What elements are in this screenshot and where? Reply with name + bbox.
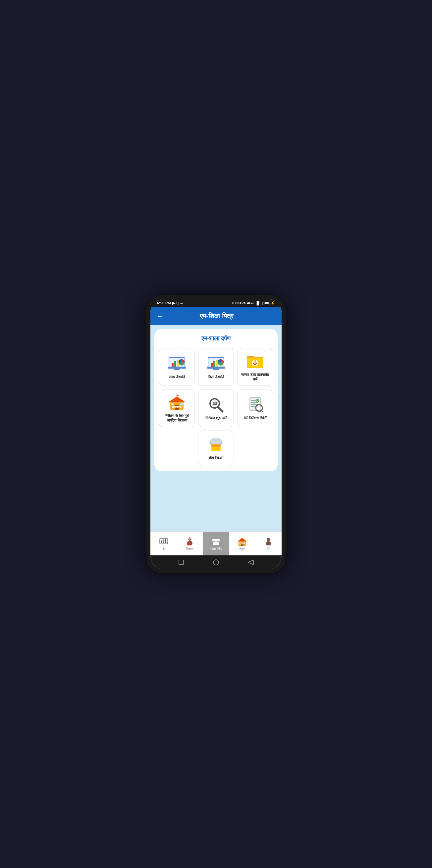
svg-rect-21	[171, 403, 174, 405]
svg-rect-2	[174, 369, 180, 370]
phone-frame: 6:50 PM ▶ ⊡ ∞ ··· 0.0KB/s 4G+ ▐▌ [100]⚡ …	[147, 295, 285, 573]
play-icon: ▶	[172, 301, 175, 305]
svg-point-46	[210, 439, 216, 444]
nav-item-vi[interactable]: वि	[255, 532, 282, 555]
bottom-nav: र्ड शिक	[150, 531, 282, 555]
svg-rect-9	[213, 369, 219, 370]
dots-icon: ···	[184, 301, 187, 305]
svg-rect-22	[180, 403, 183, 405]
signal-icon: ▐▌	[255, 301, 261, 305]
svg-rect-10	[211, 363, 213, 367]
status-left: 6:50 PM ▶ ⊡ ∞ ···	[157, 301, 187, 305]
phone-screen: 6:50 PM ▶ ⊡ ∞ ··· 0.0KB/s 4G+ ▐▌ [100]⚡ …	[150, 299, 282, 569]
svg-rect-31	[213, 403, 216, 404]
master-data-icon	[245, 353, 265, 370]
school-nav-icon: SCHOOL	[237, 536, 247, 546]
grid-item-master-data[interactable]: मास्टर डाटा डाउनलोड करें	[237, 348, 273, 386]
district-dashboard-icon	[206, 355, 226, 372]
svg-point-40	[257, 406, 261, 410]
assigned-school-icon: SCHOOL	[167, 394, 187, 411]
infinity-icon: ∞	[181, 301, 183, 305]
network-speed: 0.0KB/s	[232, 301, 245, 305]
status-bar: 6:50 PM ▶ ⊡ ∞ ··· 0.0KB/s 4G+ ▐▌ [100]⚡	[150, 299, 282, 307]
assigned-school-label: निरीक्षण के लिए मुझे आवंटित विद्यालय	[162, 413, 192, 423]
svg-rect-4	[174, 361, 176, 367]
grid-item-start-inspection[interactable]: निरीक्षण शुरू करें	[198, 389, 234, 427]
start-inspection-icon	[206, 396, 226, 413]
svg-rect-54	[163, 539, 164, 543]
system-nav	[150, 555, 282, 569]
data-backup-label: डेटा बैकअप	[209, 455, 223, 460]
shala-darpan-nav-icon	[211, 536, 221, 546]
nav-vi-label: वि	[267, 547, 270, 551]
my-reports-icon	[245, 396, 265, 413]
master-data-label: मास्टर डाटा डाउनलोड करें	[240, 372, 270, 382]
svg-rect-12	[216, 360, 218, 367]
svg-rect-35	[251, 402, 258, 403]
sys-square-btn[interactable]	[178, 559, 185, 566]
main-content: एम-शाला दर्पण	[150, 325, 282, 531]
nav-dashboard-label: र्ड	[163, 547, 165, 551]
grid-item-district-dashboard[interactable]: जिला डैशबोर्ड	[198, 348, 234, 386]
nav-item-school[interactable]: SCHOOL स्कूल	[229, 532, 255, 555]
svg-line-32	[218, 407, 223, 412]
status-right: 0.0KB/s 4G+ ▐▌ [100]⚡	[232, 301, 275, 305]
nav-shala-darpan-label: शाला दर्पण	[210, 547, 222, 551]
svg-marker-68	[238, 537, 247, 541]
card-container: एम-शाला दर्पण	[154, 329, 278, 471]
sys-back-btn[interactable]	[247, 559, 254, 566]
svg-point-74	[267, 538, 270, 541]
nav-item-dashboard[interactable]: र्ड	[150, 532, 177, 555]
vi-nav-icon	[263, 536, 274, 546]
grid-item-my-reports[interactable]: मेरी निरीक्षण रिपोर्टें	[237, 389, 273, 427]
nav-teacher-label: शिक्षक	[186, 547, 193, 551]
app-title: एम-शिक्षा मित्र	[167, 312, 266, 320]
media-icon: ⊡	[176, 301, 179, 305]
dashboard-nav-icon	[158, 536, 169, 546]
svg-point-75	[266, 541, 271, 546]
start-inspection-label: निरीक्षण शुरू करें	[206, 415, 226, 420]
my-reports-label: मेरी निरीक्षण रिपोर्टें	[244, 415, 266, 420]
svg-rect-30	[213, 402, 216, 403]
app-header: ← एम-शिक्षा मित्र	[150, 307, 282, 325]
state-dashboard-label: राज्य डैशबोर्ड	[168, 375, 185, 379]
svg-rect-8	[207, 367, 225, 369]
nav-item-shala-darpan[interactable]: शाला दर्पण	[203, 532, 229, 555]
svg-text:SCHOOL: SCHOOL	[173, 406, 180, 408]
data-backup-icon	[206, 436, 226, 453]
svg-rect-5	[177, 360, 179, 367]
sys-circle-btn[interactable]	[212, 559, 220, 566]
grid-item-state-dashboard[interactable]: राज्य डैशबोर्ड	[159, 348, 195, 386]
teacher-nav-icon	[185, 536, 195, 546]
state-dashboard-icon	[167, 355, 187, 372]
svg-rect-1	[167, 367, 186, 369]
svg-rect-53	[161, 540, 162, 543]
grid-item-assigned-school[interactable]: SCHOOL निरीक्षण के लिए मुझे आवंटित विद्य…	[159, 389, 195, 427]
svg-text:SCHOOL: SCHOOL	[240, 543, 245, 545]
district-dashboard-label: जिला डैशबोर्ड	[208, 375, 224, 379]
network-type: 4G+	[247, 301, 254, 305]
grid-item-data-backup[interactable]: डेटा बैकअप	[198, 431, 234, 465]
svg-line-41	[261, 410, 263, 412]
svg-point-47	[216, 439, 222, 444]
nav-school-label: स्कूल	[239, 547, 245, 551]
svg-marker-78	[248, 560, 253, 565]
svg-marker-19	[169, 396, 185, 402]
svg-rect-11	[213, 361, 215, 367]
back-button[interactable]: ←	[156, 312, 164, 320]
time-display: 6:50 PM	[157, 301, 171, 305]
section-title: एम-शाला दर्पण	[159, 335, 273, 342]
svg-rect-55	[165, 538, 166, 543]
svg-rect-76	[179, 560, 184, 565]
menu-grid: राज्य डैशबोर्ड	[159, 348, 273, 465]
svg-rect-3	[172, 363, 174, 367]
battery-icon: [100]⚡	[262, 301, 275, 305]
nav-item-teacher[interactable]: शिक्षक	[177, 532, 203, 555]
svg-marker-26	[177, 395, 180, 396]
svg-point-77	[213, 560, 219, 565]
